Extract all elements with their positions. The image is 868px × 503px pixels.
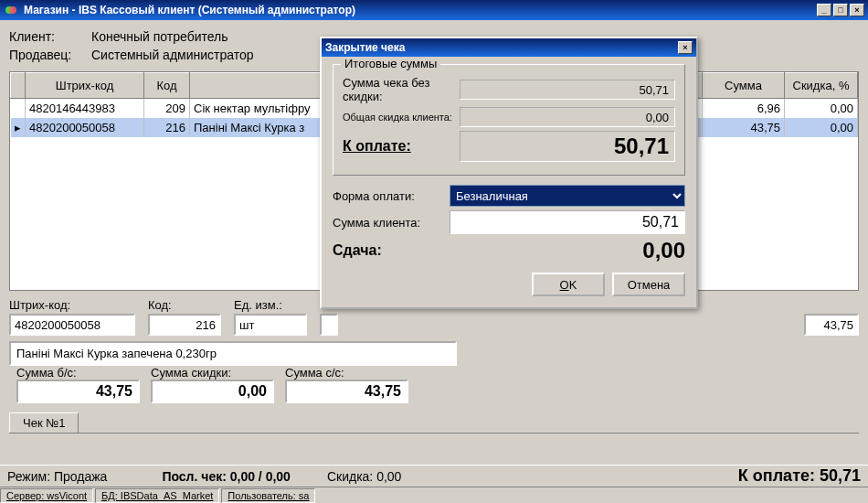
product-name: Паніні Максі Курка запечена 0,230гр [9,341,457,366]
check-tabs: Чек №1 [9,412,859,433]
sum-no-discount-label: Сумма б/с: [16,366,140,380]
status-total: К оплате: 50,71 [738,466,861,486]
unit-input[interactable] [234,314,307,336]
to-pay-value: 50,71 [460,131,675,162]
status-mode: Режим: Продажа [7,469,107,484]
status-discount: Скидка: 0,00 [327,469,401,484]
row-caret-icon: ▸ [11,118,26,137]
sum-with-discount-label: Сумма с/с: [285,366,408,380]
col-barcode[interactable]: Штрих-код [26,73,144,99]
sum-discount-value: 0,00 [151,380,274,403]
status-db: БД: IBSData_AS_Market [95,488,219,503]
price-input[interactable] [804,314,859,336]
col-discount[interactable]: Скидка, % [785,73,858,99]
statusbar-main: Режим: Продажа Посл. чек: 0,00 / 0,00 Ск… [0,465,868,487]
total-discount-value: 0,00 [460,107,675,127]
change-value: 0,00 [450,238,685,263]
sum-with-discount-value: 43,75 [285,380,408,403]
to-pay-label: К оплате: [343,138,452,155]
app-icon [4,3,18,17]
pay-form-label: Форма оплати: [333,189,442,203]
sum-no-discount-value: 43,75 [16,380,140,403]
col-code[interactable]: Код [144,73,190,99]
statusbar-footer: Сервер: wsVicont БД: IBSData_AS_Market П… [0,487,868,503]
seller-label: Продавец: [9,48,91,62]
status-user: Пользователь: sa [221,488,315,503]
status-server: Сервер: wsVicont [0,488,93,503]
minimize-button[interactable]: _ [817,4,831,16]
close-button[interactable]: × [850,4,864,16]
maximize-button[interactable]: □ [833,4,848,16]
client-label: Клиент: [9,29,91,44]
code-label: Код: [148,298,221,312]
total-discount-label: Общая скидка клиента: [343,112,452,123]
tab-check-1[interactable]: Чек №1 [9,412,79,433]
pay-form-select[interactable]: Безналичная [450,185,685,207]
code-input[interactable] [148,314,221,336]
status-last-check: Посл. чек: 0,00 / 0,00 [162,469,291,484]
window-title: Магазин - IBS Кассовый клиент (Системный… [24,4,355,16]
col-sum[interactable]: Сумма [703,73,785,99]
ok-button[interactable]: OK [532,273,605,296]
seller-value: Системный администратор [91,48,254,62]
unit-label: Ед. изм.: [234,298,307,312]
client-sum-label: Сумма клиента: [333,216,442,230]
sum-no-discount-value: 50,71 [460,80,675,100]
svg-point-1 [9,6,16,14]
dialog-titlebar: Закрытие чека × [322,38,696,57]
dialog-close-button[interactable]: × [678,41,693,54]
barcode-label: Штрих-код: [9,298,135,312]
client-sum-input[interactable] [450,210,685,234]
barcode-input[interactable] [9,314,135,336]
qty-input[interactable] [320,314,338,336]
change-label: Сдача: [333,242,442,259]
sum-discount-label: Сумма скидки: [151,366,274,380]
sum-no-discount-label: Сумма чека без скидки: [343,76,452,103]
totals-groupbox: Сумма чека без скидки: 50,71 Общая скидк… [333,64,685,176]
client-value: Конечный потребитель [91,29,228,44]
dialog-title: Закрытие чека [325,41,405,54]
window-titlebar: Магазин - IBS Кассовый клиент (Системный… [0,0,868,20]
close-check-dialog: Закрытие чека × Сумма чека без скидки: 5… [320,37,698,309]
cancel-button[interactable]: Отмена [612,273,685,296]
